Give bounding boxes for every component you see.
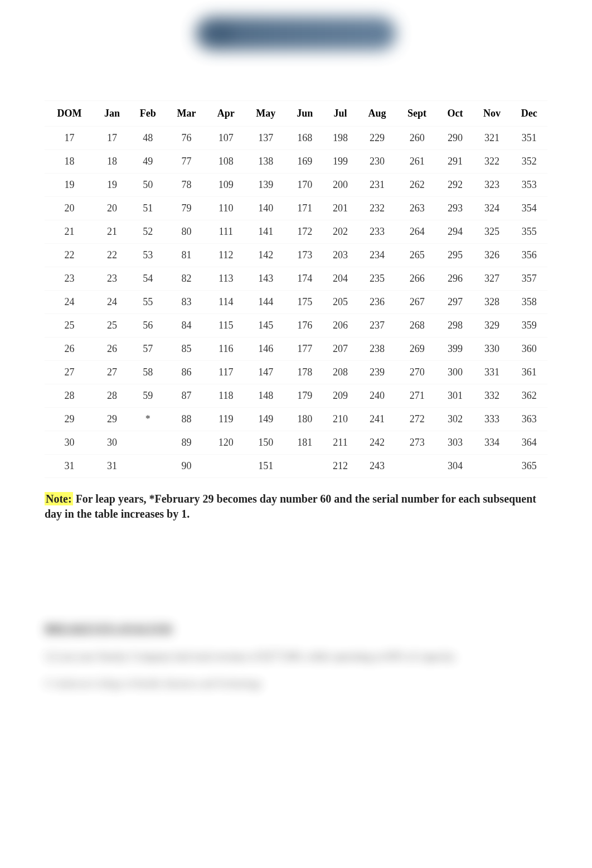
table-cell: 107: [207, 127, 245, 150]
table-row: 26265785116146177207238269399330360: [45, 337, 547, 361]
blurred-content-region: BREAKEVEN ANALYSIS 1) Last year Smoky Co…: [45, 622, 547, 689]
table-cell: [473, 455, 511, 478]
table-cell: 87: [166, 384, 207, 408]
table-cell: 203: [323, 244, 357, 267]
table-cell: 352: [511, 150, 547, 173]
table-cell: 291: [438, 150, 473, 173]
col-nov: Nov: [473, 101, 511, 127]
table-cell: 229: [358, 127, 397, 150]
table-cell: 137: [245, 127, 287, 150]
table-cell: 58: [130, 361, 166, 384]
table-cell: 323: [473, 173, 511, 197]
table-cell: 79: [166, 197, 207, 220]
table-cell: 211: [323, 431, 357, 455]
table-cell: 19: [45, 173, 94, 197]
table-cell: 363: [511, 408, 547, 431]
table-row: 27275886117147178208239270300331361: [45, 361, 547, 384]
table-cell: 146: [245, 337, 287, 361]
table-cell: 174: [287, 267, 323, 291]
table-cell: 212: [323, 455, 357, 478]
table-cell: 231: [358, 173, 397, 197]
table-cell: 362: [511, 384, 547, 408]
note-highlight: Note:: [45, 492, 73, 505]
table-cell: 142: [245, 244, 287, 267]
table-cell: 151: [245, 455, 287, 478]
table-cell: 29: [94, 408, 130, 431]
table-cell: 181: [287, 431, 323, 455]
table-cell: 327: [473, 267, 511, 291]
table-cell: 80: [166, 220, 207, 244]
table-cell: 144: [245, 291, 287, 314]
table-cell: 56: [130, 314, 166, 337]
table-row: 28285987118148179209240271301332362: [45, 384, 547, 408]
table-cell: 169: [287, 150, 323, 173]
table-cell: 269: [397, 337, 438, 361]
table-cell: 77: [166, 150, 207, 173]
table-cell: 88: [166, 408, 207, 431]
col-feb: Feb: [130, 101, 166, 127]
table-row: 20205179110140171201232263293324354: [45, 197, 547, 220]
table-cell: 353: [511, 173, 547, 197]
table-cell: 294: [438, 220, 473, 244]
col-jul: Jul: [323, 101, 357, 127]
table-cell: 22: [94, 244, 130, 267]
table-cell: 171: [287, 197, 323, 220]
table-cell: 261: [397, 150, 438, 173]
table-cell: 108: [207, 150, 245, 173]
table-cell: 24: [94, 291, 130, 314]
table-cell: 30: [94, 431, 130, 455]
leap-year-note: Note: For leap years, *February 29 becom…: [45, 491, 547, 522]
table-cell: 78: [166, 173, 207, 197]
table-cell: 177: [287, 337, 323, 361]
table-cell: 55: [130, 291, 166, 314]
table-cell: 293: [438, 197, 473, 220]
table-cell: 268: [397, 314, 438, 337]
table-cell: 54: [130, 267, 166, 291]
table-cell: 109: [207, 173, 245, 197]
table-cell: 236: [358, 291, 397, 314]
table-cell: 351: [511, 127, 547, 150]
table-header-row: DOM Jan Feb Mar Apr May Jun Jul Aug Sept…: [45, 101, 547, 127]
table-cell: 22: [45, 244, 94, 267]
table-cell: 235: [358, 267, 397, 291]
table-cell: 240: [358, 384, 397, 408]
table-cell: 17: [45, 127, 94, 150]
table-cell: 139: [245, 173, 287, 197]
table-cell: 180: [287, 408, 323, 431]
table-cell: 175: [287, 291, 323, 314]
table-cell: 356: [511, 244, 547, 267]
table-cell: 118: [207, 384, 245, 408]
col-apr: Apr: [207, 101, 245, 127]
table-cell: 179: [287, 384, 323, 408]
table-cell: 17: [94, 127, 130, 150]
table-row: 303089120150181211242273303334364: [45, 431, 547, 455]
table-cell: 241: [358, 408, 397, 431]
table-cell: [287, 455, 323, 478]
table-cell: 200: [323, 173, 357, 197]
table-cell: 357: [511, 267, 547, 291]
table-cell: *: [130, 408, 166, 431]
table-cell: 332: [473, 384, 511, 408]
table-cell: 30: [45, 431, 94, 455]
table-cell: [130, 455, 166, 478]
table-cell: 18: [45, 150, 94, 173]
table-cell: 23: [45, 267, 94, 291]
table-cell: 296: [438, 267, 473, 291]
table-cell: [397, 455, 438, 478]
table-cell: 116: [207, 337, 245, 361]
col-dom: DOM: [45, 101, 94, 127]
table-row: 19195078109139170200231262292323353: [45, 173, 547, 197]
table-cell: 264: [397, 220, 438, 244]
table-cell: 31: [94, 455, 130, 478]
col-aug: Aug: [358, 101, 397, 127]
table-cell: 325: [473, 220, 511, 244]
table-cell: 262: [397, 173, 438, 197]
table-cell: 365: [511, 455, 547, 478]
table-cell: 233: [358, 220, 397, 244]
table-cell: 265: [397, 244, 438, 267]
table-cell: 207: [323, 337, 357, 361]
table-cell: 115: [207, 314, 245, 337]
table-cell: 209: [323, 384, 357, 408]
table-cell: 232: [358, 197, 397, 220]
table-cell: 237: [358, 314, 397, 337]
